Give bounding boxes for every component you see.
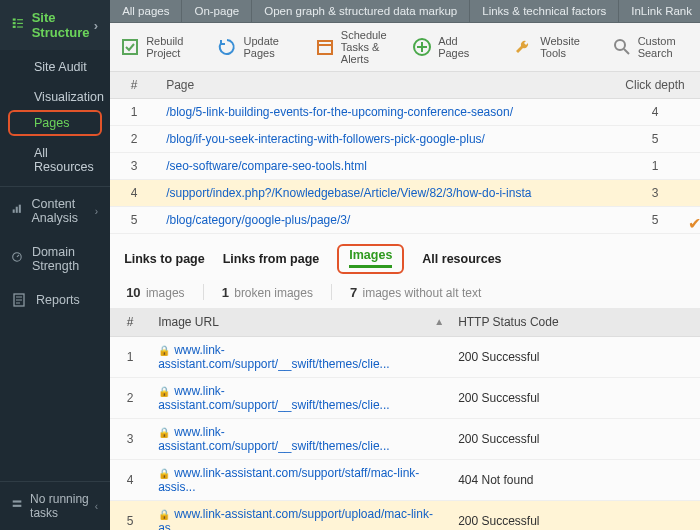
stats-row: 10 images 1 broken images 7 images witho… [110,280,700,308]
custom-search-button[interactable]: Custom Search [612,35,695,59]
svg-rect-18 [318,41,332,54]
sidebar-item-label: Content Analysis [32,197,95,225]
subtab-images[interactable]: Images [337,244,404,274]
col-url[interactable]: Image URL▲ [150,308,450,337]
refresh-icon [217,36,237,58]
table-row[interactable]: 2🔒www.link-assistant.com/support/__swift… [110,378,700,419]
chart-icon [12,204,22,218]
lock-icon: 🔒 [158,509,170,520]
lock-icon: 🔒 [158,386,170,397]
svg-rect-0 [13,18,16,20]
sidebar-item-visualization[interactable]: Visualization [0,80,110,110]
footer-status[interactable]: No running tasks ‹ [0,481,110,530]
svg-rect-15 [13,500,22,502]
image-url-link[interactable]: www.link-assistant.com/support/__swift/t… [158,343,389,371]
image-url-link[interactable]: www.link-assistant.com/support/staff/mac… [158,466,419,494]
table-row[interactable]: 5🔒www.link-assistant.com/support/upload/… [110,501,700,530]
svg-rect-7 [16,207,18,213]
sidebar-section-site-structure[interactable]: Site Structure › [0,0,110,50]
toolbar: Rebuild Project Update Pages Schedule Ta… [110,23,700,72]
image-url-link[interactable]: www.link-assistant.com/support/__swift/t… [158,425,389,453]
structure-icon [12,17,24,33]
sidebar-item-label: Domain Strength [32,245,98,273]
schedule-button[interactable]: Schedule Tasks & Alerts [315,29,398,65]
table-row[interactable]: 3🔒www.link-assistant.com/support/__swift… [110,419,700,460]
sidebar-item-all-resources[interactable]: All Resources [0,136,110,180]
sidebar-section-label: Site Structure [32,10,94,40]
svg-rect-6 [13,209,15,212]
rebuild-project-button[interactable]: Rebuild Project [120,35,203,59]
sidebar-item-site-audit[interactable]: Site Audit [0,50,110,80]
table-row[interactable]: 5/blog/category/google-plus/page/3/5 [110,207,700,234]
svg-rect-17 [123,40,137,54]
sort-icon: ▲ [434,316,444,327]
col-depth[interactable]: Click depth [605,72,700,99]
tab-open-graph[interactable]: Open graph & structured data markup [252,0,470,22]
chevron-right-icon: › [94,18,98,33]
svg-rect-4 [17,23,23,24]
add-pages-button[interactable]: Add Pages [412,35,486,59]
subtab-all-resources[interactable]: All resources [422,252,501,266]
footer-label: No running tasks [30,492,95,520]
images-table: # Image URL▲ HTTP Status Code 1🔒www.link… [110,308,700,530]
table-row[interactable]: 3/seo-software/compare-seo-tools.html1 [110,153,700,180]
svg-line-10 [17,255,19,257]
subtab-links-from[interactable]: Links from page [223,252,320,266]
chevron-left-icon: ‹ [95,501,98,512]
sidebar-item-domain-strength[interactable]: Domain Strength [0,235,110,283]
svg-rect-8 [19,205,21,213]
update-pages-button[interactable]: Update Pages [217,35,300,59]
svg-rect-1 [13,22,16,24]
table-row[interactable]: 1/blog/5-link-building-events-for-the-up… [110,99,700,126]
lock-icon: 🔒 [158,345,170,356]
svg-rect-3 [17,19,23,20]
table-row[interactable]: 4🔒www.link-assistant.com/support/staff/m… [110,460,700,501]
svg-rect-5 [17,26,23,27]
col-status[interactable]: HTTP Status Code [450,308,700,337]
chevron-right-icon: › [95,206,98,217]
search-icon [612,36,632,58]
sidebar-item-reports[interactable]: Reports [0,283,110,317]
tab-all-pages[interactable]: All pages [110,0,182,22]
tab-inlink-rank[interactable]: InLink Rank [619,0,700,22]
subtab-links-to[interactable]: Links to page [124,252,205,266]
wrench-icon [514,36,534,58]
lock-icon: 🔒 [158,427,170,438]
svg-line-24 [624,49,629,54]
col-page[interactable]: Page [158,72,605,99]
rebuild-icon [120,36,140,58]
reports-icon [12,293,26,307]
check-icon: ✔ [688,214,700,233]
sidebar-item-label: Reports [36,293,80,307]
table-row[interactable]: 1🔒www.link-assistant.com/support/__swift… [110,337,700,378]
tab-on-page[interactable]: On-page [182,0,252,22]
svg-point-23 [615,40,625,50]
lock-icon: 🔒 [158,468,170,479]
sidebar-item-pages[interactable]: Pages [34,116,100,130]
tasks-icon [12,499,22,513]
plus-icon [412,36,432,58]
svg-rect-16 [13,505,22,507]
sidebar-item-content-analysis[interactable]: Content Analysis › [0,186,110,235]
gauge-icon [12,252,22,266]
subtabs: Links to page Links from page Images All… [110,234,700,280]
table-row[interactable]: 4/support/index.php?/Knowledgebase/Artic… [110,180,700,207]
tab-links-technical[interactable]: Links & technical factors [470,0,619,22]
table-row[interactable]: 2/blog/if-you-seek-interacting-with-foll… [110,126,700,153]
pages-table: # Page Click depth 1/blog/5-link-buildin… [110,72,700,234]
top-tabs: All pages On-page Open graph & structure… [110,0,700,23]
website-tools-button[interactable]: Website Tools [514,35,597,59]
col-number[interactable]: # [110,308,150,337]
image-url-link[interactable]: www.link-assistant.com/support/__swift/t… [158,384,389,412]
svg-rect-2 [13,26,16,28]
image-url-link[interactable]: www.link-assistant.com/support/upload/ma… [158,507,433,530]
calendar-icon [315,36,335,58]
col-number[interactable]: # [110,72,158,99]
